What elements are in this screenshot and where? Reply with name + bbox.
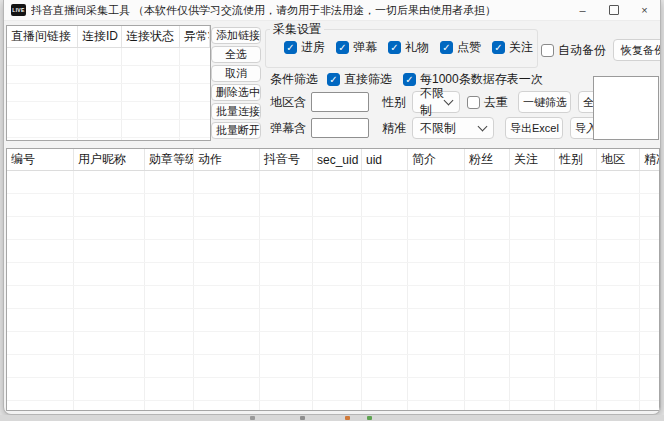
empty-cell [74,378,145,401]
empty-cell [74,194,145,217]
empty-cell [180,66,210,84]
precise-select[interactable]: 不限制 [412,117,494,139]
backup-row: 自动备份 恢复备份 [541,39,661,61]
taskbar-icon-speck [345,416,350,420]
column-header[interactable]: 编号 [7,149,74,171]
condition-filter-row: 条件筛选 直接筛选 每1000条数据存表一次 [270,71,543,88]
export-excel-button[interactable]: 导出Excel [505,117,563,139]
dedupe-checkbox[interactable]: 去重 [467,94,508,111]
column-header[interactable]: 异常状态 [180,26,210,48]
table-row [7,194,660,217]
link-action-button[interactable]: 批量断开 [211,122,261,139]
checkbox-icon [327,73,340,86]
client-area: 直播间链接连接ID连接状态异常状态 添加链接全选取消删除选中批量连接批量断开 采… [4,20,660,414]
empty-cell [7,84,78,102]
collect-option-checkbox[interactable]: 礼物 [388,39,429,56]
filter-option-checkbox[interactable]: 直接筛选 [327,71,392,88]
collect-option-checkbox[interactable]: 弹幕 [336,39,377,56]
empty-cell [7,102,78,120]
column-header[interactable]: sec_uid [313,149,362,171]
link-action-button[interactable]: 删除选中 [211,84,261,101]
link-action-button[interactable]: 添加链接 [211,27,261,44]
column-header[interactable]: 地区 [597,149,640,171]
column-header[interactable]: uid [362,149,408,171]
column-header[interactable]: 抖音号 [260,149,313,171]
empty-cell [122,48,180,66]
empty-cell [260,332,313,355]
empty-cell [555,309,597,332]
column-header[interactable]: 简介 [408,149,465,171]
empty-cell [7,120,78,138]
gender-label: 性别 [382,94,406,111]
danmaku-input[interactable] [311,118,369,138]
column-header[interactable]: 关注 [510,149,555,171]
gender-select[interactable]: 不限制 [412,91,460,113]
empty-cell [313,263,362,286]
empty-cell [362,378,408,401]
empty-cell [362,332,408,355]
empty-cell [122,120,180,138]
auto-backup-checkbox[interactable]: 自动备份 [541,42,606,59]
table-row [7,286,660,309]
empty-cell [408,332,465,355]
gender-value: 不限制 [420,85,445,119]
empty-cell [194,240,260,263]
column-header[interactable]: 直播间链接 [7,26,78,48]
empty-cell [145,217,194,240]
chevron-down-icon [478,122,488,132]
empty-cell [260,378,313,401]
restore-backup-button[interactable]: 恢复备份 [613,39,661,61]
empty-cell [74,240,145,263]
empty-cell [260,263,313,286]
empty-cell [362,263,408,286]
empty-cell [597,378,640,401]
empty-cell [597,332,640,355]
empty-cell [145,332,194,355]
column-header[interactable]: 精准 [640,149,661,171]
column-header[interactable]: 动作 [194,149,260,171]
collect-option-checkbox[interactable]: 进房 [284,39,325,56]
maximize-icon [609,5,619,15]
empty-cell [555,217,597,240]
region-input[interactable] [311,92,369,112]
empty-cell [313,286,362,309]
empty-cell [597,240,640,263]
empty-cell [362,217,408,240]
column-header[interactable]: 性别 [555,149,597,171]
column-header[interactable]: 连接状态 [122,26,180,48]
one-click-filter-button[interactable]: 一键筛选 [518,91,571,113]
link-action-button[interactable]: 取消 [211,65,261,82]
empty-cell [640,309,661,332]
condition-filter-label: 条件筛选 [270,71,318,88]
empty-cell [597,263,640,286]
table-row [7,66,210,84]
collect-options: 进房 弹幕 礼物 点赞 关注 [284,39,533,56]
column-header[interactable]: 粉丝 [465,149,510,171]
link-action-button[interactable]: 全选 [211,46,261,63]
empty-cell [194,332,260,355]
empty-cell [260,401,313,412]
connection-table: 直播间链接连接ID连接状态异常状态 [7,26,210,141]
link-action-button[interactable]: 批量连接 [211,103,261,120]
empty-cell [597,217,640,240]
column-header[interactable]: 连接ID [78,26,122,48]
minimize-button[interactable]: – [567,0,598,20]
column-header[interactable]: 用户昵称 [74,149,145,171]
empty-cell [7,378,74,401]
checkbox-label: 去重 [484,94,508,111]
column-header[interactable]: 勋章等级 [145,149,194,171]
table-row [7,48,210,66]
empty-cell [145,286,194,309]
collect-option-checkbox[interactable]: 点赞 [440,39,481,56]
empty-cell [510,378,555,401]
empty-cell [465,309,510,332]
maximize-button[interactable] [598,0,629,20]
checkbox-label: 自动备份 [558,42,606,59]
empty-cell [7,332,74,355]
collect-option-checkbox[interactable]: 关注 [492,39,533,56]
empty-cell [510,194,555,217]
empty-cell [145,240,194,263]
empty-cell [260,309,313,332]
precise-value: 不限制 [420,120,456,137]
close-button[interactable]: × [629,0,660,20]
